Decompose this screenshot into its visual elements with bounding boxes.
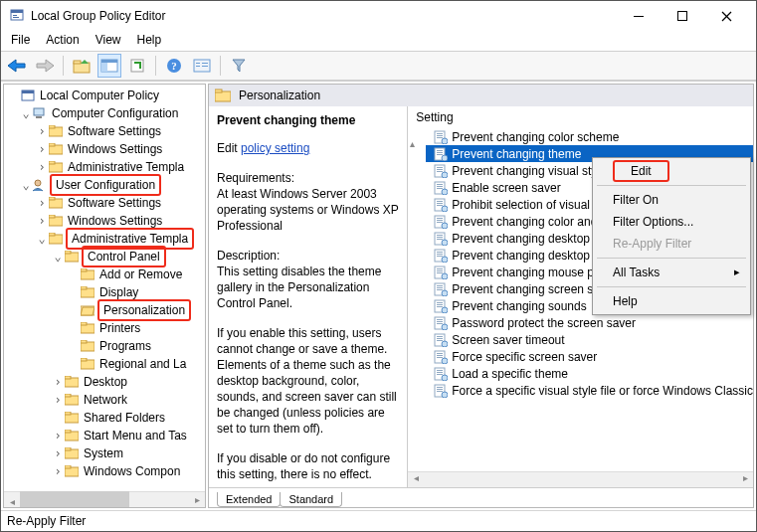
tree-item[interactable]: ›Desktop xyxy=(8,373,205,391)
menu-view[interactable]: View xyxy=(95,33,121,47)
svg-rect-11 xyxy=(74,61,81,64)
svg-rect-59 xyxy=(65,394,71,397)
svg-rect-147 xyxy=(437,389,443,390)
svg-rect-69 xyxy=(215,89,222,92)
setting-title: Prevent changing theme xyxy=(217,112,399,128)
tab-standard[interactable]: Standard xyxy=(280,492,342,507)
chevron-right-icon: ▸ xyxy=(734,266,740,278)
properties-button[interactable] xyxy=(190,54,214,78)
filter-button[interactable] xyxy=(227,54,251,78)
tree-item[interactable]: Printers xyxy=(8,319,205,337)
tree-item[interactable]: ›Software Settings xyxy=(8,194,205,212)
svg-rect-127 xyxy=(437,321,443,322)
requirements-text: At least Windows Server 2003 operating s… xyxy=(217,186,399,234)
settings-horizontal-scrollbar[interactable]: ◂ ▸ xyxy=(408,471,753,487)
context-all-tasks[interactable]: All Tasks▸ xyxy=(595,262,748,283)
tree-computer-config[interactable]: ⌄ Computer Configuration xyxy=(8,104,205,122)
setting-label: Enable screen saver xyxy=(452,181,560,195)
svg-rect-136 xyxy=(437,353,443,354)
folder-icon xyxy=(64,250,80,264)
svg-rect-34 xyxy=(49,161,55,164)
close-button[interactable] xyxy=(704,2,748,30)
folder-icon xyxy=(64,375,80,389)
help-button[interactable]: ? xyxy=(162,54,186,78)
tree-item[interactable]: ›Windows Settings xyxy=(8,140,205,158)
menu-file[interactable]: File xyxy=(11,33,30,47)
context-filter-on[interactable]: Filter On xyxy=(595,189,748,211)
svg-point-84 xyxy=(442,172,448,178)
svg-rect-142 xyxy=(437,372,443,373)
policy-setting-icon xyxy=(434,232,448,246)
svg-rect-98 xyxy=(437,222,443,223)
menu-help[interactable]: Help xyxy=(137,33,162,47)
folder-open-icon xyxy=(80,303,95,317)
svg-rect-148 xyxy=(437,391,443,392)
svg-rect-137 xyxy=(437,355,443,356)
svg-rect-67 xyxy=(65,465,71,468)
status-text: Re-Apply Filter xyxy=(7,514,86,528)
tree-personalization[interactable]: Personalization xyxy=(8,301,205,319)
context-menu: Edit Filter On Filter Options... Re-Appl… xyxy=(592,157,751,315)
menu-bar: File Action View Help xyxy=(1,31,756,51)
setting-row[interactable]: Prevent changing color scheme xyxy=(426,128,753,145)
context-filter-options[interactable]: Filter Options... xyxy=(595,211,748,233)
forward-button[interactable] xyxy=(33,54,57,78)
tree-control-panel[interactable]: ⌄Control Panel xyxy=(8,248,205,266)
tree-user-config[interactable]: ⌄ User Configuration xyxy=(8,176,205,194)
svg-rect-26 xyxy=(22,90,34,93)
scroll-up-arrow[interactable]: ▴ xyxy=(410,138,415,149)
edit-policy-link[interactable]: policy setting xyxy=(241,141,309,155)
svg-text:?: ? xyxy=(171,60,177,72)
tree-item[interactable]: ›System xyxy=(8,444,205,462)
context-edit[interactable]: Edit xyxy=(595,160,748,182)
tree-item[interactable]: ›Software Settings xyxy=(8,122,205,140)
settings-column-header[interactable]: Setting xyxy=(408,106,753,128)
tree-item[interactable]: Regional and La xyxy=(8,355,205,373)
maximize-button[interactable] xyxy=(661,2,704,30)
tree-item[interactable]: ›Windows Compon xyxy=(8,462,205,480)
setting-row[interactable]: Force specific screen saver xyxy=(426,348,753,365)
svg-rect-21 xyxy=(196,66,200,67)
svg-rect-97 xyxy=(437,220,443,221)
tab-extended[interactable]: Extended xyxy=(217,492,281,507)
refresh-button[interactable] xyxy=(125,54,149,78)
setting-row[interactable]: Screen saver timeout xyxy=(426,331,753,348)
tree-item[interactable]: Add or Remove xyxy=(8,266,205,283)
svg-rect-32 xyxy=(49,143,55,146)
svg-rect-103 xyxy=(437,239,443,240)
context-help[interactable]: Help xyxy=(595,290,748,312)
tree-item[interactable]: Shared Folders xyxy=(8,409,205,427)
minimize-button[interactable] xyxy=(617,2,661,30)
tree-item[interactable]: ›Network xyxy=(8,391,205,409)
svg-rect-86 xyxy=(437,184,443,185)
menu-action[interactable]: Action xyxy=(46,33,79,47)
svg-rect-16 xyxy=(131,60,143,72)
show-hide-tree-button[interactable] xyxy=(97,54,121,78)
tree-root[interactable]: Local Computer Policy xyxy=(8,87,205,104)
setting-row[interactable]: Load a specific theme xyxy=(426,365,753,382)
setting-label: Prevent changing color and xyxy=(452,215,597,229)
tree-horizontal-scrollbar[interactable]: ◂ ▸ xyxy=(4,491,205,507)
svg-rect-78 xyxy=(437,154,443,155)
setting-row[interactable]: Force a specific visual style file or fo… xyxy=(426,382,753,399)
folder-icon xyxy=(48,160,64,174)
svg-rect-131 xyxy=(437,336,443,337)
svg-rect-143 xyxy=(437,374,443,375)
up-button[interactable] xyxy=(70,54,94,78)
folder-icon xyxy=(64,411,80,425)
setting-label: Load a specific theme xyxy=(452,367,568,381)
back-button[interactable] xyxy=(5,54,29,78)
tree-item[interactable]: ›Start Menu and Tas xyxy=(8,427,205,444)
tree-item[interactable]: Programs xyxy=(8,337,205,355)
svg-rect-65 xyxy=(65,447,71,450)
setting-label: Prevent changing visual style xyxy=(452,164,606,178)
svg-rect-121 xyxy=(437,302,443,303)
svg-rect-43 xyxy=(65,251,71,254)
svg-rect-102 xyxy=(437,237,443,238)
setting-row[interactable]: Password protect the screen saver xyxy=(426,314,753,331)
svg-rect-1 xyxy=(11,10,23,13)
svg-rect-88 xyxy=(437,188,443,189)
svg-point-74 xyxy=(442,138,448,144)
svg-rect-138 xyxy=(437,357,443,358)
svg-marker-49 xyxy=(81,307,95,315)
